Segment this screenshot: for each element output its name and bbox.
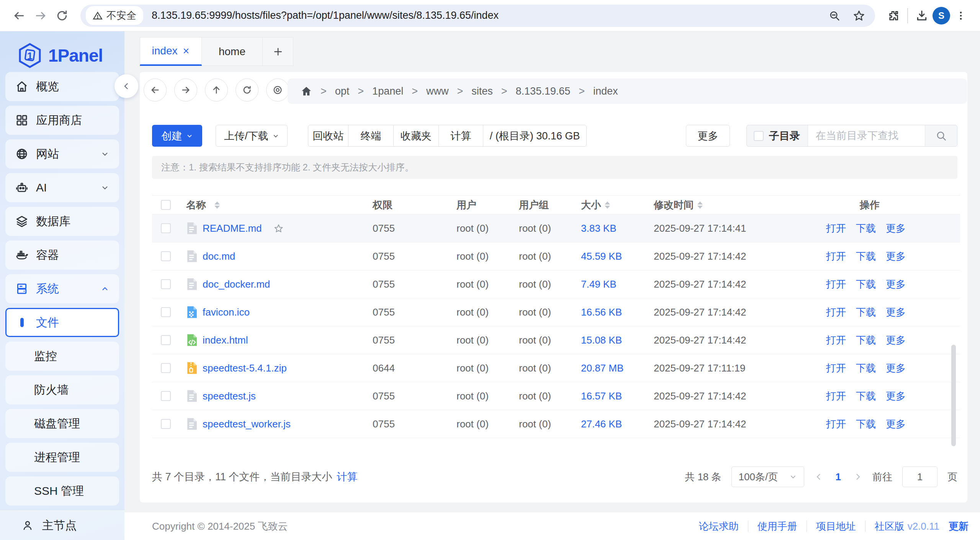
file-size-link[interactable]: 7.49 KB [581, 278, 617, 290]
more-action[interactable]: 更多 [886, 306, 906, 319]
file-size-link[interactable]: 45.59 KB [581, 250, 622, 262]
search-button[interactable] [925, 125, 957, 146]
search-input[interactable] [808, 125, 925, 146]
download-action[interactable]: 下载 [856, 306, 876, 319]
download-action[interactable]: 下载 [856, 417, 876, 431]
upload-download-button[interactable]: 上传/下载 [216, 125, 288, 147]
download-action[interactable]: 下载 [856, 222, 876, 235]
file-name-link[interactable]: doc_docker.md [203, 278, 270, 290]
more-action[interactable]: 更多 [886, 278, 906, 291]
download-action[interactable]: 下载 [856, 334, 876, 347]
more-action[interactable]: 更多 [886, 250, 906, 263]
file-size-link[interactable]: 15.08 KB [581, 334, 622, 346]
forward-button[interactable] [174, 79, 197, 101]
page-size-select[interactable]: 100条/页 [731, 466, 804, 487]
sidebar-item-system[interactable]: 系统 [5, 274, 119, 303]
update-link[interactable]: 更新 [943, 520, 969, 533]
profile-avatar[interactable]: S [933, 7, 950, 25]
open-action[interactable]: 打开 [826, 417, 846, 431]
url-text[interactable]: 8.135.19.65:9999/hosts/files?path=/opt/1… [152, 10, 824, 21]
forum-help-link[interactable]: 论坛求助 [690, 520, 748, 533]
sidebar-item-container[interactable]: 容器 [5, 241, 119, 270]
file-name-link[interactable]: speedtest_worker.js [203, 418, 291, 430]
browser-menu-icon[interactable] [950, 5, 972, 26]
file-name-link[interactable]: speedtest-5.4.1.zip [203, 362, 287, 374]
favorites-button[interactable]: 收藏夹 [394, 125, 439, 146]
manual-link[interactable]: 使用手册 [748, 520, 807, 533]
sidebar-item-disk[interactable]: 磁盘管理 [5, 409, 119, 438]
more-action[interactable]: 更多 [886, 389, 906, 403]
select-all-checkbox[interactable] [161, 200, 171, 210]
open-action[interactable]: 打开 [826, 306, 846, 319]
file-size-link[interactable]: 16.57 KB [581, 390, 622, 402]
refresh-button[interactable] [236, 79, 258, 101]
recycle-bin-button[interactable]: 回收站 [308, 125, 348, 146]
more-action[interactable]: 更多 [886, 222, 906, 235]
open-action[interactable]: 打开 [826, 362, 846, 375]
row-checkbox[interactable] [161, 419, 171, 429]
file-name-link[interactable]: index.html [203, 334, 248, 346]
calculate-size-link[interactable]: 计算 [337, 470, 358, 484]
terminal-button[interactable]: 终端 [348, 125, 394, 146]
download-action[interactable]: 下载 [856, 250, 876, 263]
breadcrumb-item[interactable]: 8.135.19.65 [516, 85, 571, 97]
download-action[interactable]: 下载 [856, 389, 876, 403]
table-row[interactable]: README.md 0755 root (0) root (0) 3.83 KB… [152, 214, 960, 242]
file-name-link[interactable]: README.md [203, 223, 262, 234]
sort-icon[interactable] [605, 201, 610, 209]
sidebar-item-ssh[interactable]: SSH 管理 [5, 476, 119, 506]
breadcrumb-item[interactable]: index [593, 85, 618, 97]
download-action[interactable]: 下载 [856, 278, 876, 291]
row-checkbox[interactable] [161, 279, 171, 289]
row-checkbox[interactable] [161, 391, 171, 401]
create-button[interactable]: 创建 [152, 125, 202, 147]
file-size-link[interactable]: 20.87 MB [581, 362, 623, 374]
goto-page-input[interactable] [902, 466, 937, 487]
file-size-link[interactable]: 3.83 KB [581, 223, 617, 234]
back-button[interactable] [144, 79, 167, 101]
sidebar-collapse-button[interactable] [115, 74, 138, 98]
sidebar-item-overview[interactable]: 概览 [5, 72, 119, 101]
table-row[interactable]: index.html 0755 root (0) root (0) 15.08 … [152, 326, 960, 354]
row-checkbox[interactable] [161, 223, 171, 233]
sidebar-item-appstore[interactable]: 应用商店 [5, 106, 119, 135]
up-button[interactable] [205, 79, 228, 101]
extensions-icon[interactable] [883, 5, 904, 26]
project-link[interactable]: 项目地址 [807, 520, 865, 533]
current-page[interactable]: 1 [833, 471, 843, 483]
table-row[interactable]: speedtest.js 0755 root (0) root (0) 16.5… [152, 382, 960, 410]
file-size-link[interactable]: 27.46 KB [581, 418, 622, 430]
sidebar-item-files[interactable]: 文件 [5, 308, 119, 337]
column-name[interactable]: 名称 [179, 198, 370, 212]
prev-page-button[interactable] [814, 472, 823, 481]
open-action[interactable]: 打开 [826, 334, 846, 347]
table-row[interactable]: doc.md 0755 root (0) root (0) 45.59 KB 2… [152, 242, 960, 270]
column-size[interactable]: 大小 [579, 198, 652, 212]
file-name-link[interactable]: doc.md [203, 250, 235, 262]
download-action[interactable]: 下载 [856, 362, 876, 375]
subdir-checkbox[interactable] [754, 131, 764, 141]
open-action[interactable]: 打开 [826, 278, 846, 291]
row-checkbox[interactable] [161, 335, 171, 345]
root-dir-size-button[interactable]: / (根目录) 30.16 GB [483, 125, 586, 146]
browser-forward-icon[interactable] [30, 5, 51, 26]
row-checkbox[interactable] [161, 363, 171, 373]
file-size-link[interactable]: 16.56 KB [581, 306, 622, 318]
table-row[interactable]: favicon.ico 0755 root (0) root (0) 16.56… [152, 298, 960, 326]
open-action[interactable]: 打开 [826, 389, 846, 403]
more-action[interactable]: 更多 [886, 417, 906, 431]
sidebar-item-ai[interactable]: AI [5, 173, 119, 202]
file-name-link[interactable]: favicon.ico [203, 306, 250, 318]
home-icon[interactable] [301, 85, 312, 97]
preview-eye-button[interactable] [266, 79, 289, 101]
sidebar-item-monitoring[interactable]: 监控 [5, 342, 119, 371]
favorite-star-icon[interactable] [273, 223, 284, 234]
zoom-out-icon[interactable] [824, 5, 845, 26]
sidebar-node-selector[interactable]: 主节点 [0, 511, 124, 540]
sort-icon[interactable] [697, 201, 703, 209]
sidebar-item-database[interactable]: 数据库 [5, 207, 119, 236]
more-button[interactable]: 更多 [686, 125, 730, 147]
url-bar[interactable]: 不安全 8.135.19.65:9999/hosts/files?path=/o… [80, 5, 875, 27]
more-action[interactable]: 更多 [886, 334, 906, 347]
table-row[interactable]: speedtest-5.4.1.zip 0644 root (0) root (… [152, 354, 960, 382]
